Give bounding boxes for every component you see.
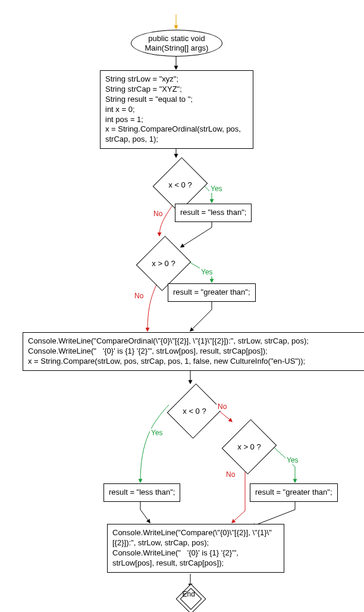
init-node: String strLow = "xyz"; String strCap = "… — [100, 70, 253, 149]
edge-yes: Yes — [209, 185, 224, 193]
assign-greater-than-a: result = "greater than"; — [168, 283, 256, 302]
decision-x-lt-0-b: x < 0 ? — [167, 383, 222, 439]
assign-less-than-b: result = "less than"; — [103, 483, 180, 502]
decision-x-gt-0-b: x > 0 ? — [222, 419, 277, 474]
edge-no: No — [133, 292, 145, 300]
edge-no: No — [152, 210, 164, 218]
end-node: End — [176, 584, 206, 612]
assign-greater-than-b: result = "greater than"; — [250, 483, 338, 502]
edge-yes: Yes — [200, 268, 214, 276]
edge-yes: Yes — [285, 456, 300, 464]
start-node: public static void Main(String[] args) — [131, 30, 222, 57]
decision-x-gt-0-a: x > 0 ? — [136, 236, 192, 291]
edge-no: No — [225, 470, 236, 479]
flowchart-canvas: public static void Main(String[] args) S… — [12, 12, 364, 612]
final-output: Console.WriteLine("Compare(\"{0}\"[{2}],… — [107, 524, 284, 573]
assign-less-than-a: result = "less than"; — [175, 204, 252, 222]
edge-yes: Yes — [150, 429, 164, 437]
edge-no: No — [216, 402, 228, 411]
output-and-compare: Console.WriteLine("CompareOrdinal(\"{0}\… — [23, 332, 364, 371]
